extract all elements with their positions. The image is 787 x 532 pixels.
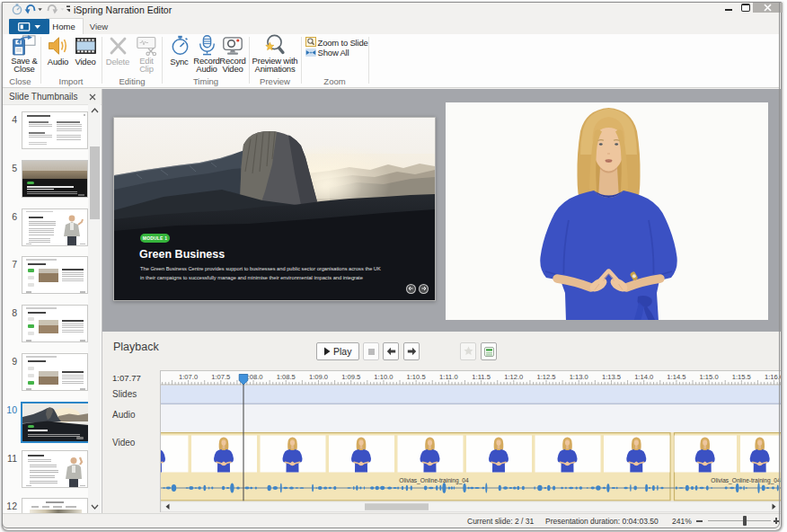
- svg-text:1:08.5: 1:08.5: [277, 373, 296, 381]
- svg-text:1:15.0: 1:15.0: [700, 373, 719, 381]
- svg-text:1:09.0: 1:09.0: [309, 373, 328, 381]
- svg-text:1:10.0: 1:10.0: [374, 373, 393, 381]
- svg-text:1:15.5: 1:15.5: [732, 373, 751, 381]
- svg-text:Olivias_Online-training_04: Olivias_Online-training_04: [399, 477, 469, 484]
- svg-text:1:07.0: 1:07.0: [179, 373, 198, 381]
- svg-text:1:09.5: 1:09.5: [341, 373, 360, 381]
- svg-text:1:11.0: 1:11.0: [439, 373, 458, 381]
- svg-text:1:12.0: 1:12.0: [504, 373, 523, 381]
- svg-text:Olivias_Online-training_04: Olivias_Online-training_04: [711, 477, 781, 484]
- svg-text:1:14.5: 1:14.5: [667, 373, 685, 381]
- svg-text:1:12.5: 1:12.5: [536, 373, 555, 381]
- svg-text:1:13.0: 1:13.0: [570, 373, 588, 381]
- svg-text:1:10.5: 1:10.5: [407, 373, 426, 381]
- svg-text:1:13.5: 1:13.5: [602, 373, 621, 381]
- svg-text:1:14.0: 1:14.0: [634, 373, 653, 381]
- svg-text:1:11.5: 1:11.5: [472, 373, 491, 381]
- svg-text:1:07.5: 1:07.5: [211, 373, 230, 381]
- svg-text:1:16.0: 1:16.0: [765, 373, 781, 381]
